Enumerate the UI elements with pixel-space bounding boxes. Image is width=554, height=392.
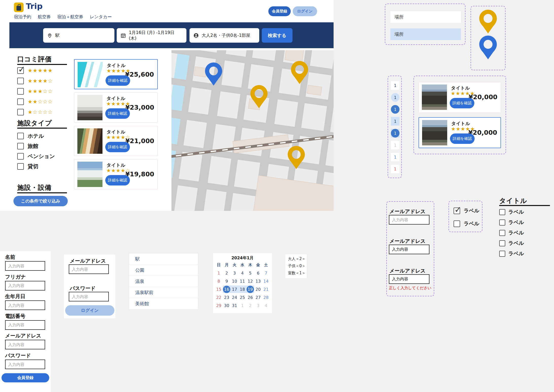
calendar-day[interactable]: 2: [223, 269, 231, 277]
rating-checkbox[interactable]: [17, 67, 24, 74]
rating-checkbox[interactable]: [17, 98, 24, 105]
demo-checkbox[interactable]: [454, 220, 460, 227]
register-input-3[interactable]: [5, 320, 45, 330]
calendar-day[interactable]: 13: [254, 277, 262, 285]
map[interactable]: [171, 50, 334, 211]
suggestion-item[interactable]: 温泉駅前: [129, 287, 198, 298]
signup-button[interactable]: 会員登録: [268, 6, 291, 16]
guests-field[interactable]: 大人2名・子供0名-1部屋: [189, 28, 259, 43]
calendar-day[interactable]: 22: [215, 294, 223, 301]
page-button-active-on-hover[interactable]: 1: [391, 129, 400, 138]
apply-filters-button[interactable]: この条件で絞り込み: [13, 196, 68, 206]
detail-button[interactable]: 詳細を確認: [106, 75, 130, 86]
login-submit-button[interactable]: ログイン: [65, 305, 114, 316]
checklist-checkbox[interactable]: [499, 219, 505, 226]
register-input-1[interactable]: [5, 281, 45, 291]
page-button-circle-active[interactable]: 1: [391, 105, 400, 114]
calendar-day[interactable]: 3: [231, 269, 238, 277]
suggestion-item[interactable]: 美術館: [129, 298, 198, 309]
detail-button[interactable]: 詳細を確認: [105, 175, 130, 185]
checklist-checkbox[interactable]: [499, 240, 505, 246]
page-button-square-link[interactable]: 1: [391, 153, 400, 161]
calendar-day[interactable]: 27: [254, 294, 262, 301]
calendar-day[interactable]: 4: [238, 269, 246, 277]
calendar-day[interactable]: 30: [223, 302, 231, 309]
map-pin-yellow[interactable]: [286, 145, 306, 170]
calendar-day[interactable]: 1: [238, 302, 246, 309]
detail-button[interactable]: 詳細を確認: [450, 98, 474, 108]
result-card-sample[interactable]: タイトル★★★★★¥20,000詳細を確認: [419, 117, 501, 148]
calendar-day[interactable]: 21: [262, 285, 270, 293]
result-card[interactable]: タイトル★★★★★¥23,000詳細を確認: [74, 92, 158, 123]
stepper-decrement[interactable]: ＜: [296, 271, 299, 275]
result-card[interactable]: タイトル★★★★☆¥21,000詳細を確認: [74, 126, 158, 156]
register-input-2[interactable]: [5, 300, 45, 310]
map-pin-yellow[interactable]: [249, 84, 269, 109]
email-input[interactable]: [389, 274, 429, 284]
type-checkbox[interactable]: [17, 133, 24, 139]
calendar-day[interactable]: 29: [215, 302, 223, 309]
checklist-checkbox[interactable]: [499, 209, 505, 215]
stepper-decrement[interactable]: ＜: [296, 264, 299, 268]
detail-button[interactable]: 詳細を確認: [450, 133, 475, 144]
result-card[interactable]: タイトル★★★★☆¥19,800詳細を確認: [74, 159, 158, 189]
register-input-4[interactable]: [5, 340, 45, 349]
calendar-day[interactable]: 2: [246, 302, 254, 309]
calendar-day[interactable]: 26: [246, 294, 254, 301]
calendar-day[interactable]: 8: [215, 277, 223, 285]
rating-checkbox[interactable]: [17, 78, 24, 84]
email-input[interactable]: [389, 215, 429, 225]
calendar-day[interactable]: 31: [231, 302, 238, 309]
stepper-increment[interactable]: ＞: [302, 271, 306, 275]
map-pin-blue[interactable]: [204, 62, 223, 87]
rating-checkbox[interactable]: [17, 88, 24, 95]
nav-item-3[interactable]: レンタカー: [90, 14, 112, 20]
suggestion-item[interactable]: 公園: [129, 265, 198, 276]
calendar-day[interactable]: 19: [246, 285, 254, 293]
place-input-active[interactable]: [390, 28, 461, 40]
nav-item-2[interactable]: 宿泊＋航空券: [57, 14, 83, 20]
calendar-day[interactable]: 5: [246, 269, 254, 277]
result-card-sample[interactable]: タイトル★★★★★¥20,000詳細を確認: [419, 82, 501, 113]
calendar-day[interactable]: 9: [223, 277, 231, 285]
type-checkbox[interactable]: [17, 143, 24, 149]
calendar-day[interactable]: 20: [254, 285, 262, 293]
register-submit-button[interactable]: 会員登録: [2, 373, 49, 382]
demo-checkbox[interactable]: [454, 208, 460, 214]
calendar-day[interactable]: 23: [223, 294, 231, 301]
register-input-5[interactable]: [5, 360, 45, 369]
location-field[interactable]: 駅: [43, 28, 114, 43]
calendar-day[interactable]: 7: [262, 269, 270, 277]
page-button-circle-light[interactable]: 1: [391, 93, 400, 102]
detail-button[interactable]: 詳細を確認: [105, 142, 130, 152]
type-checkbox[interactable]: [17, 153, 24, 160]
calendar-day[interactable]: 25: [238, 294, 246, 301]
calendar-day[interactable]: 4: [262, 302, 270, 309]
place-input-default[interactable]: [390, 11, 461, 23]
calendar-day[interactable]: 28: [262, 294, 270, 301]
calendar-day[interactable]: 11: [238, 277, 246, 285]
type-checkbox[interactable]: [17, 163, 24, 170]
calendar-day[interactable]: 17: [231, 285, 238, 293]
calendar-day[interactable]: 12: [246, 277, 254, 285]
calendar-day[interactable]: 18: [238, 285, 246, 293]
nav-item-0[interactable]: 宿泊予約: [14, 14, 31, 20]
login-button[interactable]: ログイン: [293, 6, 317, 16]
checklist-checkbox[interactable]: [499, 230, 505, 236]
calendar-day[interactable]: 24: [231, 294, 238, 301]
page-button-square[interactable]: 1: [391, 81, 400, 90]
calendar-day[interactable]: 10: [231, 277, 238, 285]
checklist-checkbox[interactable]: [499, 251, 505, 257]
nav-item-1[interactable]: 航空券: [38, 14, 51, 20]
calendar-day[interactable]: 14: [262, 277, 270, 285]
suggestion-item[interactable]: 駅: [129, 253, 198, 265]
page-button-square-disabled[interactable]: 1: [391, 141, 400, 149]
register-input-0[interactable]: [5, 261, 45, 271]
suggestion-item[interactable]: 温泉: [129, 276, 198, 287]
stepper-increment[interactable]: ＞: [302, 257, 306, 261]
calendar-day[interactable]: 1: [215, 269, 223, 277]
login-input-1[interactable]: [69, 292, 109, 301]
map-pin-yellow[interactable]: [290, 60, 309, 85]
page-button-square-light[interactable]: 1: [391, 117, 400, 126]
calendar-day[interactable]: 6: [254, 269, 262, 277]
